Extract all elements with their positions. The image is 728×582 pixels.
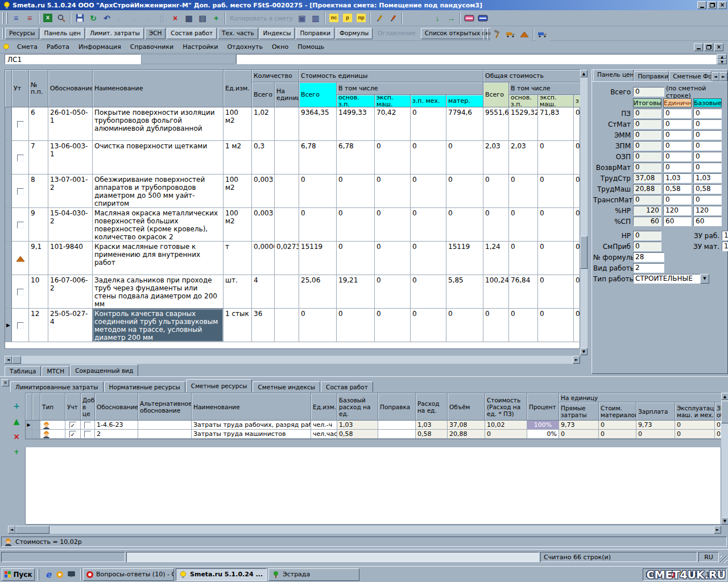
- cell-num[interactable]: 6: [29, 107, 48, 141]
- cell-unitcost[interactable]: 0: [299, 208, 337, 242]
- cell-unitcost[interactable]: 0: [411, 309, 446, 342]
- cell-machinery[interactable]: 0: [675, 430, 715, 439]
- ut-cell[interactable]: [12, 208, 29, 242]
- col-edinichnye[interactable]: Единичные: [663, 98, 692, 107]
- cell-total[interactable]: 0: [538, 174, 574, 208]
- main-vertical-scrollbar[interactable]: ▲ ▼: [580, 70, 588, 355]
- col-itogovye[interactable]: Итоговые: [633, 98, 661, 107]
- toolbar-grip[interactable]: [6, 13, 8, 24]
- close-button[interactable]: ×: [718, 1, 727, 9]
- ut-cell[interactable]: [12, 141, 29, 174]
- search-icon[interactable]: [55, 11, 68, 25]
- cell-qty-total[interactable]: 0,00008: [252, 242, 275, 275]
- cell-unit[interactable]: чел.час: [311, 430, 337, 439]
- view-tab-1[interactable]: Таблица: [5, 366, 41, 376]
- mdi-minimize-button[interactable]: [694, 43, 703, 51]
- cell-name[interactable]: Обезжиривание поверхностей аппаратов и т…: [93, 174, 224, 208]
- panel-tab-7[interactable]: Индексы: [259, 28, 295, 39]
- menu-3[interactable]: Информация: [74, 41, 126, 52]
- price-field[interactable]: 0: [663, 119, 692, 129]
- cell-unit[interactable]: 100 м2: [224, 174, 252, 208]
- cell-unit[interactable]: 100 м2: [224, 208, 252, 242]
- cell-alt-code[interactable]: [138, 430, 192, 439]
- price-field[interactable]: 0: [633, 242, 661, 251]
- cell-total[interactable]: 0: [509, 242, 538, 275]
- cell-unitcost[interactable]: 0: [337, 208, 375, 242]
- price-field[interactable]: 0: [633, 152, 661, 161]
- menu-5[interactable]: Настройки: [178, 41, 222, 52]
- cell-unitcost[interactable]: 0: [411, 208, 446, 242]
- cell-code[interactable]: 26-01-050-1: [48, 107, 93, 141]
- menu-6[interactable]: Отдохнуть: [222, 41, 267, 52]
- cell-name[interactable]: Масляная окраска металлических поверхнос…: [93, 208, 224, 242]
- cell-name[interactable]: Затраты труда рабочих, разряд работ 4.6: [192, 421, 311, 430]
- panel-tab-3[interactable]: Лимит. затраты: [86, 28, 144, 39]
- cell-num[interactable]: 12: [29, 309, 48, 342]
- tab-scroll-right-button[interactable]: ►: [719, 72, 727, 81]
- price-field[interactable]: 0: [663, 130, 692, 140]
- scroll-thumb[interactable]: [15, 526, 49, 534]
- row-checkbox[interactable]: [17, 155, 24, 161]
- cell-unit[interactable]: 1 стык: [224, 309, 252, 342]
- cell-cost[interactable]: 10,02: [485, 421, 527, 430]
- mdi-close-button[interactable]: ×: [714, 43, 723, 51]
- cell-cost[interactable]: 0: [485, 430, 527, 439]
- cell-total[interactable]: 76,84: [509, 275, 538, 309]
- price-field[interactable]: 0: [693, 195, 722, 205]
- resize-grip[interactable]: [720, 556, 727, 563]
- col-bazovye[interactable]: Базовые: [693, 98, 722, 107]
- cell-unitcost[interactable]: 25,06: [299, 275, 337, 309]
- scroll-thumb[interactable]: [12, 356, 21, 364]
- row-select-cell[interactable]: [32, 430, 40, 439]
- cell-unitcost[interactable]: 0: [337, 174, 375, 208]
- price-field[interactable]: 0: [633, 231, 661, 240]
- desktop-icon[interactable]: [67, 570, 76, 579]
- price-field[interactable]: 1,03: [663, 173, 692, 183]
- cell-rate[interactable]: 0,58: [416, 430, 448, 439]
- hammer-icon[interactable]: [490, 27, 504, 41]
- scroll-left-button[interactable]: ◄: [8, 526, 15, 534]
- spin-up-button[interactable]: ▲: [717, 54, 727, 59]
- price-field[interactable]: 0: [693, 119, 722, 129]
- cell-unitcost[interactable]: 0: [375, 141, 411, 174]
- menu-1[interactable]: Смета: [13, 41, 42, 52]
- paste-doc-icon[interactable]: ▥: [309, 11, 322, 25]
- cell-total[interactable]: 0: [538, 208, 574, 242]
- scroll-left-button[interactable]: ◄: [5, 356, 12, 364]
- cell-total[interactable]: 0: [483, 208, 509, 242]
- cell-direct-costs[interactable]: 0: [559, 430, 599, 439]
- price-field[interactable]: 0: [693, 109, 722, 118]
- main-horizontal-scrollbar[interactable]: ◄ ►: [5, 356, 580, 364]
- cell-base-rate[interactable]: 1,03: [337, 421, 378, 430]
- cell-code[interactable]: 1-4.6-23: [95, 421, 138, 430]
- price-field[interactable]: 120: [693, 206, 722, 215]
- tab-scroll-left-button[interactable]: ◄: [712, 72, 719, 81]
- cell-qty-total[interactable]: 36: [252, 309, 275, 342]
- price-pr-icon[interactable]: пр: [354, 11, 368, 25]
- cell-total[interactable]: 2,03: [483, 141, 509, 174]
- toolbar-grip[interactable]: [483, 28, 485, 40]
- cell-direct-costs[interactable]: 9,73: [559, 421, 599, 430]
- cell-qty-per[interactable]: [275, 107, 299, 141]
- cell-total[interactable]: 0: [538, 309, 574, 342]
- panel-tab-5[interactable]: Состав работ: [167, 28, 217, 39]
- table-row[interactable]: 9,1101-9840Краски масляные готовые к при…: [5, 242, 580, 275]
- cell-name[interactable]: Заделка сальников при проходе труб через…: [93, 275, 224, 309]
- price-field[interactable]: 60: [633, 217, 661, 226]
- cell-total[interactable]: 0: [509, 208, 538, 242]
- price-field[interactable]: 1: [722, 231, 728, 240]
- internet-explorer-icon[interactable]: e: [44, 570, 53, 579]
- cell-unitcost[interactable]: 6,78: [337, 141, 375, 174]
- edit-norm-icon[interactable]: [373, 11, 386, 25]
- price-field[interactable]: 0: [633, 119, 661, 129]
- panel-tab-4[interactable]: ЭСН: [145, 28, 166, 39]
- cell-materials-cost[interactable]: 0: [599, 421, 636, 430]
- move-up-button[interactable]: ▲: [10, 415, 23, 427]
- menu-2[interactable]: Работа: [42, 41, 74, 52]
- mdi-restore-button[interactable]: [704, 43, 713, 51]
- cell-unit[interactable]: т: [224, 242, 252, 275]
- media-player-icon[interactable]: [55, 570, 64, 579]
- cell-code[interactable]: 15-04-030-2: [48, 208, 93, 242]
- resources-tab-4[interactable]: Сметные индексы: [253, 381, 320, 392]
- refresh-icon[interactable]: ↻: [86, 11, 100, 25]
